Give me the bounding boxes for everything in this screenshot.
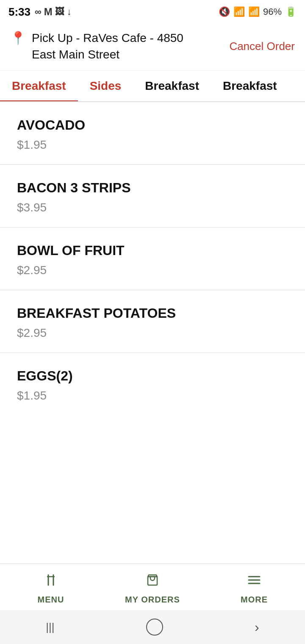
item-price-eggs: $1.95: [17, 389, 291, 402]
image-icon: 🖼: [55, 6, 64, 17]
android-nav-bar: ||| ‹: [0, 610, 305, 644]
location-icon: 📍: [10, 31, 26, 45]
menu-item-eggs[interactable]: EGGS(2) $1.95: [0, 353, 305, 415]
item-price-avocado: $1.95: [17, 138, 291, 152]
item-name-eggs: EGGS(2): [17, 368, 291, 384]
header: 📍 Pick Up - RaVes Cafe - 4850 East Main …: [0, 22, 305, 71]
item-name-breakfast-potatoes: BREAKFAST POTATOES: [17, 305, 291, 321]
nav-more[interactable]: MORE: [203, 572, 305, 605]
status-right-icons: 🔇 📶 📶 96% 🔋: [219, 6, 297, 17]
item-name-bacon: BACON 3 STRIPS: [17, 180, 291, 196]
menu-item-breakfast-potatoes[interactable]: BREAKFAST POTATOES $2.95: [0, 290, 305, 353]
battery-level: 96%: [263, 6, 282, 17]
orders-icon: [145, 572, 160, 591]
more-icon: [247, 572, 262, 591]
nav-more-label: MORE: [241, 595, 268, 605]
tabs-container: Breakfast Sides Breakfast Breakfast: [0, 71, 305, 102]
item-price-bowl-fruit: $2.95: [17, 264, 291, 277]
android-home-button[interactable]: [146, 619, 163, 636]
mute-icon: 🔇: [219, 6, 230, 17]
voicemail-icon: ∞: [35, 6, 42, 17]
android-back-button[interactable]: ‹: [255, 619, 259, 635]
menu-item-bowl-fruit[interactable]: BOWL OF FRUIT $2.95: [0, 228, 305, 290]
status-left-icons: ∞ M 🖼 ↓: [35, 6, 72, 18]
status-time: 5:33 ∞ M 🖼 ↓: [8, 6, 72, 19]
nav-my-orders[interactable]: MY ORDERS: [102, 572, 203, 605]
menu-list: AVOCADO $1.95 BACON 3 STRIPS $3.95 BOWL …: [0, 102, 305, 564]
header-left: 📍 Pick Up - RaVes Cafe - 4850 East Main …: [10, 30, 210, 63]
menu-item-bacon[interactable]: BACON 3 STRIPS $3.95: [0, 165, 305, 228]
nav-menu-label: MENU: [38, 595, 64, 605]
nav-orders-label: MY ORDERS: [125, 595, 180, 605]
signal-icon: 📶: [248, 6, 260, 17]
download-icon: ↓: [67, 6, 72, 17]
tab-breakfast-3[interactable]: Breakfast: [211, 71, 289, 101]
item-price-breakfast-potatoes: $2.95: [17, 326, 291, 340]
item-name-bowl-fruit: BOWL OF FRUIT: [17, 243, 291, 258]
email-icon: M: [44, 6, 53, 18]
android-recent-button[interactable]: |||: [46, 621, 54, 634]
tab-breakfast-2[interactable]: Breakfast: [133, 71, 211, 101]
bottom-nav: MENU MY ORDERS MORE: [0, 564, 305, 610]
nav-menu[interactable]: MENU: [0, 572, 102, 605]
pickup-location: Pick Up - RaVes Cafe - 4850 East Main St…: [32, 30, 210, 63]
status-bar: 5:33 ∞ M 🖼 ↓ 🔇 📶 📶 96% 🔋: [0, 0, 305, 22]
menu-item-avocado[interactable]: AVOCADO $1.95: [0, 102, 305, 165]
item-price-bacon: $3.95: [17, 201, 291, 214]
tab-breakfast[interactable]: Breakfast: [0, 71, 78, 101]
battery-icon: 🔋: [285, 6, 297, 17]
menu-icon: [43, 572, 58, 591]
tab-sides[interactable]: Sides: [78, 71, 133, 101]
item-name-avocado: AVOCADO: [17, 117, 291, 133]
wifi-icon: 📶: [233, 6, 245, 17]
cancel-order-button[interactable]: Cancel Order: [229, 39, 295, 54]
